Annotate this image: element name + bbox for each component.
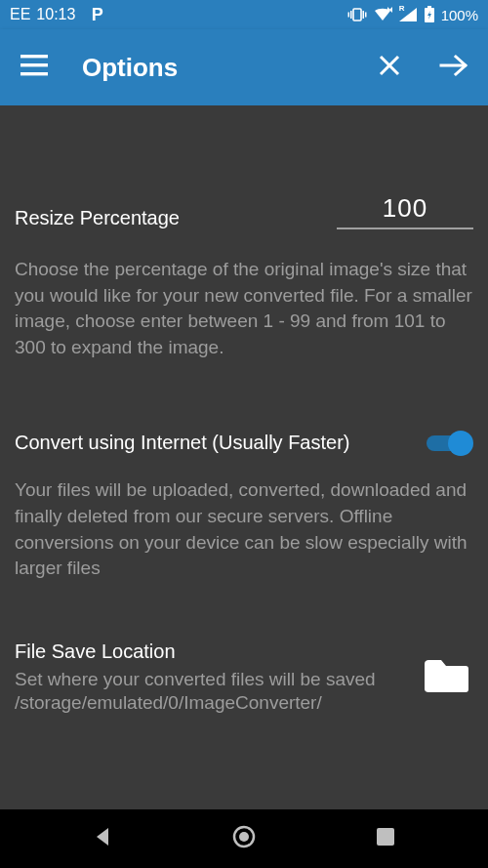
save-path: /storage/emulated/0/ImageConverter/ xyxy=(15,692,403,714)
vibrate-icon xyxy=(347,7,367,22)
nav-home-button[interactable] xyxy=(205,819,283,858)
close-icon xyxy=(378,54,401,81)
page-title: Options xyxy=(82,53,342,83)
svg-rect-8 xyxy=(427,6,431,8)
square-recent-icon xyxy=(375,826,396,851)
carrier-label: EE xyxy=(10,6,30,23)
app-bar: Options xyxy=(0,29,488,105)
internet-helper: Your files will be uploaded, converted, … xyxy=(15,477,473,581)
triangle-back-icon xyxy=(91,825,114,852)
svg-rect-10 xyxy=(20,55,48,58)
switch-thumb xyxy=(448,431,473,456)
clock-label: 10:13 xyxy=(36,6,75,23)
app-indicator-icon: P xyxy=(92,5,103,25)
svg-marker-6 xyxy=(389,7,392,13)
content: Resize Percentage 100 Choose the percent… xyxy=(0,105,488,809)
svg-rect-4 xyxy=(365,13,367,18)
circle-home-icon xyxy=(231,824,257,853)
svg-rect-3 xyxy=(362,11,364,19)
hamburger-icon xyxy=(20,55,48,80)
folder-button[interactable] xyxy=(419,655,473,700)
battery-icon xyxy=(424,6,435,23)
svg-rect-12 xyxy=(20,72,48,75)
svg-rect-1 xyxy=(350,11,352,19)
save-row: File Save Location Set where your conver… xyxy=(15,641,473,715)
screen: EE 10:13 P R 100% xyxy=(0,0,488,868)
internet-row: Convert using Internet (Usually Faster) xyxy=(15,429,473,456)
internet-section: Convert using Internet (Usually Faster) … xyxy=(15,429,473,581)
status-right: R 100% xyxy=(347,6,478,23)
close-button[interactable] xyxy=(373,51,406,84)
signal-icon: R xyxy=(398,7,418,22)
battery-label: 100% xyxy=(441,7,478,23)
arrow-right-icon xyxy=(439,54,468,81)
status-bar: EE 10:13 P R 100% xyxy=(0,0,488,29)
svg-rect-0 xyxy=(353,9,361,21)
menu-button[interactable] xyxy=(18,51,51,84)
resize-row: Resize Percentage 100 xyxy=(15,193,473,229)
nav-back-button[interactable] xyxy=(63,819,142,858)
svg-point-17 xyxy=(239,832,249,842)
save-title: File Save Location xyxy=(15,641,403,663)
save-desc: Set where your converted files will be s… xyxy=(15,667,403,693)
resize-input[interactable]: 100 xyxy=(337,193,473,229)
save-text-col: File Save Location Set where your conver… xyxy=(15,641,403,715)
save-section[interactable]: File Save Location Set where your conver… xyxy=(15,641,473,715)
forward-button[interactable] xyxy=(437,51,470,84)
nav-bar xyxy=(0,809,488,868)
internet-toggle[interactable] xyxy=(427,429,473,456)
wifi-icon xyxy=(373,7,392,22)
svg-rect-11 xyxy=(20,63,48,66)
resize-helper: Choose the percentage of the original im… xyxy=(15,257,473,360)
resize-value: 100 xyxy=(337,193,473,224)
status-left: EE 10:13 P xyxy=(10,5,103,25)
nav-recent-button[interactable] xyxy=(346,819,425,858)
svg-rect-2 xyxy=(347,13,349,18)
resize-label: Resize Percentage xyxy=(15,207,317,229)
folder-icon xyxy=(422,656,470,699)
svg-rect-18 xyxy=(377,828,394,846)
resize-section: Resize Percentage 100 Choose the percent… xyxy=(15,193,473,360)
internet-label: Convert using Internet (Usually Faster) xyxy=(15,432,413,454)
roaming-label: R xyxy=(399,4,405,13)
